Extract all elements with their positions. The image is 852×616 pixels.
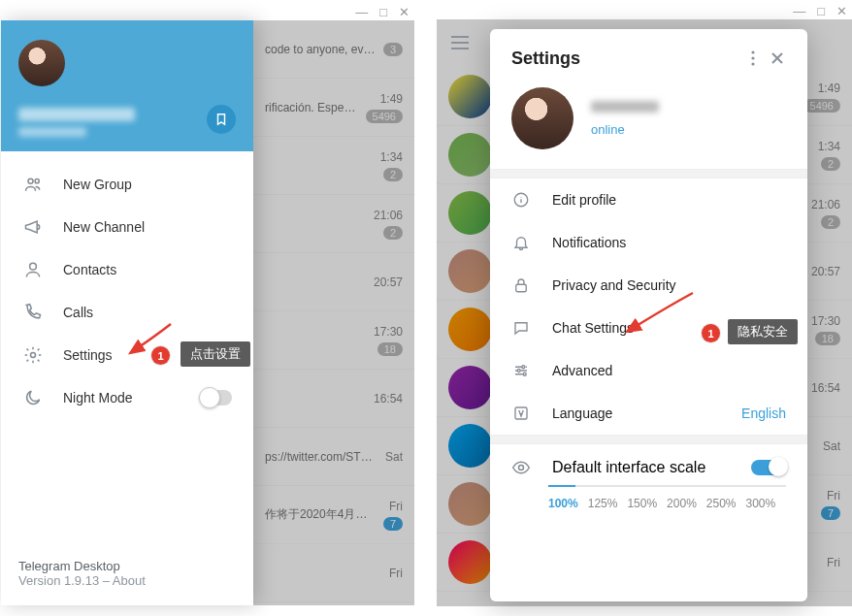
menu-calls[interactable]: Calls xyxy=(1,291,253,334)
group-icon xyxy=(22,175,44,194)
scale-opt-100[interactable]: 100% xyxy=(548,493,578,510)
svg-point-2 xyxy=(30,263,37,270)
user-name xyxy=(18,108,135,121)
info-icon xyxy=(511,191,531,209)
chat-row[interactable]: rificación. Espera…1:495496 xyxy=(253,79,414,137)
svg-point-9 xyxy=(522,366,525,369)
item-label: Advanced xyxy=(552,363,612,378)
svg-point-1 xyxy=(35,179,39,183)
drawer-header xyxy=(1,20,253,151)
svg-rect-8 xyxy=(516,284,527,292)
scale-opt-125[interactable]: 125% xyxy=(588,493,618,510)
maximize-button[interactable]: □ xyxy=(817,4,825,18)
unread-badge: 5496 xyxy=(803,99,840,113)
chat-row[interactable]: ps://twitter.com/STKM_…Sat xyxy=(253,428,414,486)
svg-point-6 xyxy=(751,62,754,65)
profile-status: online xyxy=(591,122,659,137)
chat-row[interactable]: 作将于2020年4月开播…Fri7 xyxy=(253,486,414,544)
maximize-button[interactable]: □ xyxy=(379,5,387,19)
settings-profile[interactable]: online xyxy=(490,80,807,169)
profile-name xyxy=(591,101,659,113)
svg-point-10 xyxy=(517,370,520,373)
app-name: Telegram Desktop xyxy=(18,559,146,573)
scale-label: Default interface scale xyxy=(552,459,705,476)
callout-badge-1: 1 xyxy=(151,346,170,365)
svg-point-11 xyxy=(523,373,526,375)
svg-point-4 xyxy=(751,50,754,53)
close-icon[interactable] xyxy=(763,48,792,69)
chat-preview: 作将于2020年4月开播… xyxy=(265,506,376,523)
user-phone xyxy=(18,127,86,137)
night-mode-toggle[interactable] xyxy=(201,390,232,405)
item-label: Edit profile xyxy=(552,192,616,208)
more-icon[interactable] xyxy=(743,47,763,70)
unread-badge: 2 xyxy=(821,157,840,171)
menu-label: Calls xyxy=(63,305,93,320)
bell-icon xyxy=(511,234,531,251)
eye-icon xyxy=(511,458,531,477)
chat-avatar xyxy=(448,366,492,409)
chat-time: 21:06 xyxy=(374,209,403,222)
scale-opt-150[interactable]: 150% xyxy=(627,493,657,510)
chat-row[interactable]: Fri xyxy=(253,544,414,602)
user-avatar[interactable] xyxy=(18,40,65,86)
chat-row[interactable]: 17:3018 xyxy=(253,311,414,370)
scale-opt-200[interactable]: 200% xyxy=(667,493,697,510)
item-label: Chat Settings xyxy=(552,320,634,336)
unread-badge: 18 xyxy=(815,332,840,345)
settings-header: Settings xyxy=(490,29,807,80)
hamburger-icon[interactable] xyxy=(450,35,470,50)
unread-badge: 7 xyxy=(383,517,403,531)
separator xyxy=(490,435,807,444)
chat-time: 17:30 xyxy=(811,314,840,328)
chat-avatar xyxy=(448,249,492,293)
scale-options[interactable]: 100% 125% 150% 200% 250% 300% xyxy=(490,483,807,528)
person-icon xyxy=(22,260,44,279)
chat-icon xyxy=(511,319,531,337)
menu-contacts[interactable]: Contacts xyxy=(1,248,253,291)
scale-toggle[interactable] xyxy=(751,460,786,475)
app-version[interactable]: Version 1.9.13 – About xyxy=(18,573,146,588)
chat-row[interactable]: 1:342 xyxy=(253,137,414,195)
chat-time: 17:30 xyxy=(374,325,403,339)
close-button[interactable]: ✕ xyxy=(836,4,847,18)
scale-opt-300[interactable]: 300% xyxy=(746,493,776,510)
language-value: English xyxy=(741,405,786,421)
settings-list: Edit profile Notifications Privacy and S… xyxy=(490,178,807,435)
unread-badge: 18 xyxy=(377,342,403,356)
menu-night-mode[interactable]: Night Mode xyxy=(1,376,253,419)
chat-row[interactable]: 21:062 xyxy=(253,195,414,253)
chat-row[interactable]: code to anyone, eve…3 xyxy=(253,20,414,79)
menu-new-group[interactable]: New Group xyxy=(1,163,253,206)
settings-notifications[interactable]: Notifications xyxy=(490,221,807,264)
svg-point-13 xyxy=(519,466,524,470)
chat-row[interactable]: 16:54 xyxy=(253,370,414,428)
unread-badge: 5496 xyxy=(366,110,403,123)
unread-badge: 7 xyxy=(821,506,840,520)
menu-new-channel[interactable]: New Channel xyxy=(1,206,253,248)
separator xyxy=(490,169,807,178)
chat-time: 16:54 xyxy=(374,392,403,405)
menu-label: Night Mode xyxy=(63,390,133,405)
scale-opt-250[interactable]: 250% xyxy=(706,493,737,510)
chat-time: 20:57 xyxy=(811,265,840,278)
minimize-button[interactable]: — xyxy=(355,5,368,19)
lock-icon xyxy=(511,276,531,294)
settings-privacy-security[interactable]: Privacy and Security xyxy=(490,264,807,307)
chat-row[interactable]: 20:57 xyxy=(253,253,414,311)
profile-avatar xyxy=(511,87,573,149)
settings-language[interactable]: Language English xyxy=(490,392,807,435)
settings-edit-profile[interactable]: Edit profile xyxy=(490,178,807,221)
chat-preview: ps://twitter.com/STKM_… xyxy=(265,450,377,464)
saved-messages-button[interactable] xyxy=(207,105,236,134)
minimize-button[interactable]: — xyxy=(793,4,805,18)
chat-time: Fri xyxy=(827,556,840,569)
gear-icon xyxy=(22,345,44,365)
megaphone-icon xyxy=(22,217,44,237)
item-label: Language xyxy=(552,405,612,421)
chat-time: 1:49 xyxy=(818,81,840,95)
chat-avatar xyxy=(448,482,492,526)
chat-avatar xyxy=(448,133,492,177)
settings-advanced[interactable]: Advanced xyxy=(490,349,807,392)
close-button[interactable]: ✕ xyxy=(399,5,410,19)
